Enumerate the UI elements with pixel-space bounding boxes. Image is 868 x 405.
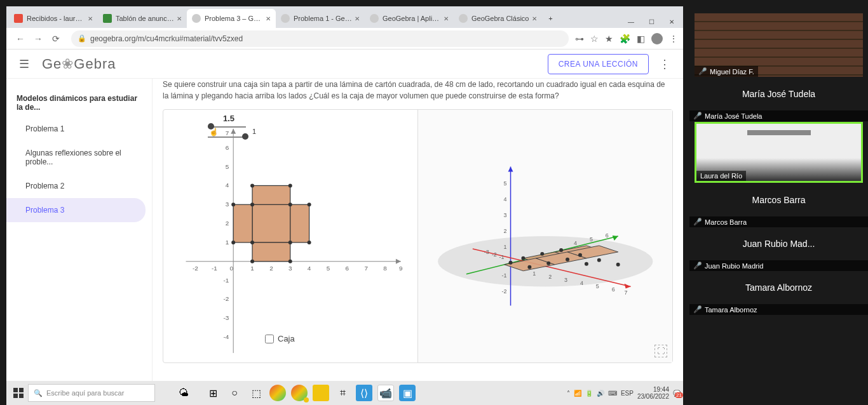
vscode-icon[interactable]: ⟨⟩ [356, 385, 372, 401]
more-icon[interactable]: ⋮ [659, 57, 670, 71]
geogebra-logo[interactable]: Ge❀Gebra [42, 56, 116, 72]
zoom-icon[interactable]: ▣ [399, 385, 416, 401]
hamburger-icon[interactable]: ☰ [19, 57, 29, 71]
explorer-icon[interactable] [313, 385, 329, 401]
svg-text:5: 5 [226, 163, 229, 170]
close-icon[interactable]: ✕ [266, 15, 271, 22]
tab-geogebra-classic[interactable]: GeoGebra Clásico✕ [454, 9, 542, 28]
close-icon[interactable]: ✕ [444, 15, 449, 22]
svg-rect-90 [19, 394, 24, 398]
start-button[interactable] [9, 383, 28, 402]
slider-handle[interactable] [242, 133, 248, 140]
tray-lang[interactable]: ESP [621, 390, 634, 397]
tab-geogebra-apps[interactable]: GeoGebra | Aplicacio✕ [365, 9, 454, 28]
windows-taskbar: 🔍 Escribe aquí para buscar 🌤 ⊞ ○ ⬚ ⌗ ⟨⟩ … [6, 381, 683, 405]
tray-battery-icon[interactable]: 🔋 [585, 390, 593, 397]
svg-point-36 [231, 202, 235, 206]
panel-icon[interactable]: ◧ [637, 34, 645, 44]
svg-point-35 [288, 202, 292, 206]
svg-point-78 [559, 248, 563, 252]
mic-muted-icon: 🎤 [693, 305, 702, 314]
svg-point-32 [250, 183, 254, 187]
forward-button[interactable]: → [31, 31, 46, 46]
cortana-icon[interactable]: ○ [226, 385, 243, 401]
meet-icon[interactable]: 📹 [377, 385, 394, 401]
extensions-icon[interactable]: 🧩 [620, 34, 630, 44]
sidebar-item-reflexiones[interactable]: Algunas reflexiones sobre el proble... [6, 141, 152, 174]
tray-keyboard-icon[interactable]: ⌨ [608, 390, 617, 397]
close-icon[interactable]: ✕ [532, 15, 537, 22]
svg-marker-55 [612, 236, 618, 241]
svg-point-81 [616, 263, 620, 267]
tray-volume-icon[interactable]: 🔊 [597, 390, 604, 397]
chrome-icon[interactable] [269, 385, 286, 401]
sidebar-item-problema-2[interactable]: Problema 2 [6, 174, 152, 198]
svg-text:2: 2 [503, 228, 506, 234]
tab-problema-1[interactable]: Problema 1 - GeoGeb✕ [276, 9, 365, 28]
sidebar-item-problema-3[interactable]: Problema 3 [6, 198, 146, 222]
window-minimize[interactable]: — [622, 15, 640, 28]
svg-rect-31 [290, 204, 309, 242]
tray-clock[interactable]: 19:44 23/06/2022 [637, 386, 669, 400]
mic-muted-icon: 🎤 [698, 67, 707, 76]
cursor-hand-icon: ☝ [209, 128, 219, 136]
url-input[interactable]: 🔒 geogebra.org/m/cu4mcrku#material/tvv5z… [71, 30, 569, 47]
close-icon[interactable]: ✕ [355, 15, 360, 22]
slider-2[interactable] [208, 136, 246, 138]
window-close[interactable]: ✕ [663, 15, 681, 28]
participant-name-juan: Juan Rubio Mad... [689, 227, 868, 260]
sidebar-item-problema-1[interactable]: Problema 1 [6, 117, 152, 141]
tray-wifi-icon[interactable]: 📶 [574, 390, 581, 397]
svg-text:2: 2 [226, 220, 229, 227]
new-tab-button[interactable]: + [542, 9, 560, 28]
canvas-2d-view[interactable]: 1.5 1 ☝ [163, 110, 418, 362]
avatar-icon[interactable] [651, 33, 663, 44]
svg-text:4: 4 [574, 240, 577, 246]
svg-text:6: 6 [605, 232, 608, 239]
svg-point-79 [578, 253, 581, 257]
create-lesson-button[interactable]: CREA UNA LECCIÓN [548, 54, 649, 74]
svg-point-34 [250, 202, 254, 206]
fullscreen-icon[interactable]: ⛶ [654, 345, 667, 357]
svg-text:4: 4 [503, 196, 506, 202]
plot-2d-svg: -2-10 123 456 789 123 4567 [163, 110, 417, 362]
svg-text:3: 3 [503, 212, 506, 218]
tab-gmail[interactable]: Recibidos - laura.delr✕ [9, 9, 98, 28]
taskbar-search[interactable]: 🔍 Escribe aquí para buscar [28, 384, 155, 402]
participant-name-maria: María José Tudela [689, 77, 868, 110]
svg-text:-3: -3 [484, 249, 489, 255]
svg-text:-2: -2 [193, 265, 198, 272]
canvas-3d-view[interactable]: 543 21 -1-2 [418, 110, 673, 362]
video-tile-laura[interactable]: Laura del Río [695, 122, 863, 183]
menu-icon[interactable]: ⋮ [669, 34, 678, 44]
tray-chevron-icon[interactable]: ˄ [567, 390, 570, 397]
key-icon[interactable]: ⊶ [575, 34, 584, 44]
geogebra-canvas[interactable]: 1.5 1 ☝ [163, 109, 673, 363]
video-tile-miguel[interactable]: 🎤Miguel Díaz F. [695, 13, 863, 77]
bookmark-icon[interactable]: ☆ [590, 34, 599, 44]
system-tray[interactable]: ˄ 📶 🔋 🔊 ⌨ ESP 19:44 23/06/2022 💬21 [567, 386, 681, 400]
close-icon[interactable]: ✕ [88, 15, 93, 22]
close-icon[interactable]: ✕ [177, 15, 182, 22]
window-maximize[interactable]: ☐ [642, 15, 660, 28]
back-button[interactable]: ← [13, 31, 28, 46]
caja-checkbox[interactable]: Caja [265, 334, 295, 343]
svg-text:5: 5 [595, 283, 599, 289]
tray-notification-icon[interactable]: 💬21 [673, 390, 681, 397]
sidebar-heading: Modelos dinámicos para estudiar la de... [6, 89, 152, 117]
svg-point-38 [231, 241, 235, 244]
svg-point-40 [250, 241, 254, 244]
reload-button[interactable]: ⟳ [48, 31, 64, 46]
favorite-icon[interactable]: ★ [605, 34, 613, 44]
weather-widget[interactable]: 🌤 [168, 385, 200, 401]
caja-checkbox-input[interactable] [265, 335, 274, 343]
task-view-icon[interactable]: ⊞ [205, 385, 221, 401]
svg-text:3: 3 [288, 265, 292, 272]
tab-problema-3[interactable]: Problema 3 – GeoGeb✕ [187, 9, 276, 28]
slack-icon[interactable]: ⌗ [334, 385, 351, 401]
screenshare-icon[interactable]: ⬚ [248, 385, 264, 401]
tab-classroom[interactable]: Tablón de anuncios de✕ [98, 9, 187, 28]
svg-text:-1: -1 [501, 272, 506, 279]
slider-1[interactable]: 1 ☝ [208, 126, 246, 128]
chrome-canary-icon[interactable] [291, 385, 308, 401]
